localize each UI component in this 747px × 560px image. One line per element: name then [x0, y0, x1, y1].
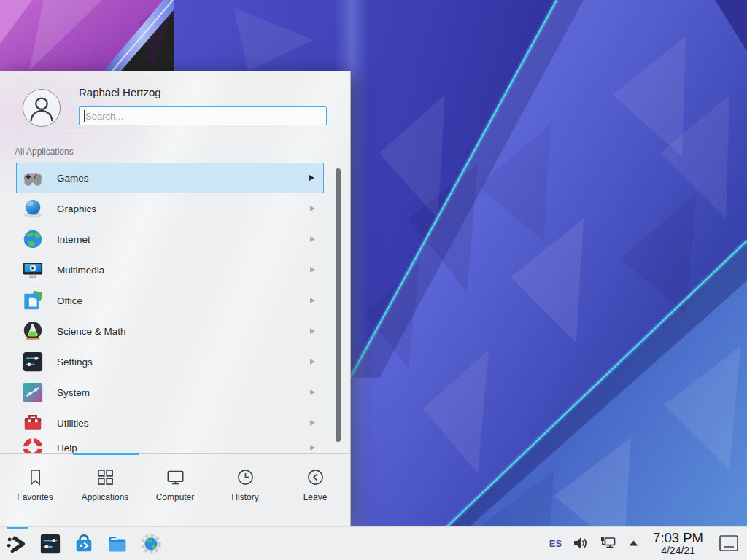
category-label: Help [57, 443, 77, 454]
application-launcher-button[interactable] [6, 527, 28, 560]
category-graphics[interactable]: Graphics [16, 193, 324, 224]
tab-label: Favorites [17, 492, 53, 502]
category-games[interactable]: Games [16, 163, 324, 193]
category-settings[interactable]: Settings [16, 346, 324, 377]
submenu-arrow-icon [310, 236, 315, 242]
sphere-icon [22, 198, 44, 219]
taskbar-panel: ES 7 [0, 526, 747, 560]
kickoff-icon [6, 533, 28, 555]
submenu-arrow-icon [310, 445, 315, 451]
leave-icon [306, 467, 325, 487]
keyboard-layout-indicator[interactable]: ES [549, 538, 562, 549]
submenu-arrow-icon [310, 298, 315, 303]
clock-date: 4/24/21 [653, 545, 703, 556]
volume-icon[interactable] [573, 535, 589, 551]
active-app-indicator [7, 527, 28, 529]
lifebuoy-icon [22, 437, 44, 454]
category-internet[interactable]: Internet [16, 224, 324, 254]
category-multimedia[interactable]: Multimedia [16, 254, 324, 285]
user-avatar[interactable] [23, 89, 61, 127]
monitor-play-icon [22, 259, 44, 281]
folder-icon [107, 533, 128, 555]
section-label: All Applications [15, 147, 74, 157]
submenu-arrow-icon [310, 206, 315, 211]
scrollbar-thumb[interactable] [336, 168, 341, 442]
bookmark-icon [26, 467, 45, 487]
tab-favorites[interactable]: Favorites [0, 454, 70, 526]
tab-applications[interactable]: Applications [70, 454, 140, 526]
submenu-arrow-icon [310, 359, 315, 365]
tab-history[interactable]: History [210, 454, 280, 526]
search-input[interactable] [79, 106, 327, 125]
system-tray: ES 7 [549, 531, 747, 556]
gamepad-icon [22, 167, 44, 189]
submenu-arrow-icon [310, 267, 315, 273]
tab-computer[interactable]: Computer [140, 454, 210, 526]
toolbox-icon [22, 412, 44, 434]
system-settings-button[interactable] [39, 527, 61, 560]
clock-time: 7:03 PM [653, 531, 703, 545]
category-label: Office [57, 295, 82, 306]
system-sliders-icon [22, 381, 44, 403]
launcher-header: Raphael Hertzog [0, 71, 350, 133]
network-icon[interactable] [600, 535, 617, 551]
discover-button[interactable] [73, 527, 95, 560]
clock-icon [236, 467, 255, 487]
show-desktop-button[interactable] [719, 534, 740, 552]
flask-icon [22, 320, 44, 342]
category-system[interactable]: System [16, 377, 324, 408]
shopping-bag-icon [73, 533, 95, 555]
submenu-arrow-icon [310, 389, 315, 395]
category-help[interactable]: Help [16, 432, 324, 454]
globe-icon [22, 228, 44, 250]
desktop: Raphael Hertzog All Applications Games [0, 0, 747, 560]
launcher-tab-bar: Favorites Applications C [0, 453, 350, 526]
application-launcher-popup: Raphael Hertzog All Applications Games [0, 71, 351, 526]
search-field-wrap [79, 106, 327, 125]
submenu-arrow-icon [310, 420, 315, 426]
text-caret [84, 110, 85, 122]
grid-icon [96, 467, 115, 487]
category-label: Settings [57, 357, 93, 368]
category-label: Multimedia [57, 265, 104, 276]
documents-icon [22, 289, 44, 311]
expand-tray-icon[interactable] [628, 540, 639, 547]
computer-icon [166, 467, 185, 487]
file-manager-button[interactable] [107, 527, 128, 560]
category-label: Internet [57, 234, 90, 245]
sliders-icon [22, 351, 44, 373]
digital-clock[interactable]: 7:03 PM 4/24/21 [653, 531, 703, 556]
web-browser-button[interactable] [140, 527, 162, 560]
category-label: Games [57, 173, 89, 184]
globe-gear-icon [140, 533, 162, 555]
category-label: Science & Math [57, 326, 126, 337]
category-label: Utilities [57, 418, 89, 429]
tab-label: Leave [303, 492, 328, 502]
tab-label: Computer [156, 492, 195, 502]
user-name: Raphael Hertzog [79, 86, 161, 98]
category-office[interactable]: Office [16, 285, 324, 316]
category-list: Games Graphics [0, 163, 350, 454]
category-label: System [57, 387, 90, 398]
settings-sliders-icon [39, 533, 61, 555]
category-label: Graphics [57, 203, 96, 214]
tab-label: History [231, 492, 258, 502]
tab-label: Applications [82, 492, 129, 502]
tab-leave[interactable]: Leave [280, 454, 350, 526]
submenu-arrow-icon [309, 175, 314, 181]
category-science-math[interactable]: Science & Math [16, 316, 324, 346]
active-tab-indicator [73, 453, 139, 455]
submenu-arrow-icon [310, 328, 315, 334]
